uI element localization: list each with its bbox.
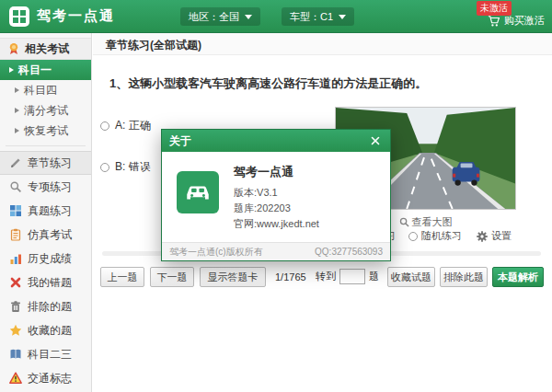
exclude-question-button[interactable]: 排除此题 bbox=[440, 267, 488, 287]
grid-chart-icon bbox=[8, 204, 22, 218]
sidebar-item-label: 专项练习 bbox=[28, 179, 72, 195]
sidebar-item-label: 满分考试 bbox=[24, 103, 68, 119]
buy-activation-button[interactable]: 购买激活 bbox=[487, 14, 545, 28]
pager-bar: 上一题 下一题 显示答题卡 1/1765 转到 题 收藏试题 排除此题 本题解析 bbox=[93, 267, 552, 291]
pencil-icon bbox=[8, 156, 22, 170]
arrow-right-icon bbox=[15, 108, 19, 113]
red-x-icon bbox=[8, 276, 22, 290]
show-answer-card-button[interactable]: 显示答题卡 bbox=[200, 267, 266, 287]
dialog-question-bank: 题库:202203 bbox=[234, 201, 319, 216]
vehicle-dropdown[interactable]: 车型：C1 bbox=[282, 7, 354, 26]
star-icon bbox=[8, 324, 22, 338]
sidebar-item-favorited-questions[interactable]: 收藏的题 bbox=[0, 318, 91, 342]
sidebar-item-label: 收藏的题 bbox=[28, 323, 72, 339]
arrow-right-icon bbox=[15, 87, 19, 93]
dialog-info: 驾考一点通 版本:V3.1 题库:202203 官网:www.jkedt.net bbox=[234, 164, 319, 232]
goto-question-group: 转到 题 bbox=[316, 269, 379, 284]
sidebar-item-full-score-exam[interactable]: 满分考试 bbox=[0, 100, 91, 121]
option-a-label: A: 正确 bbox=[115, 118, 151, 133]
radio-icon[interactable] bbox=[100, 121, 109, 131]
sidebar-item-history-scores[interactable]: 历史成绩 bbox=[0, 247, 91, 271]
sidebar-item-subject-four[interactable]: 科目四 bbox=[0, 80, 91, 100]
mode-random-practice[interactable]: 随机练习 bbox=[408, 229, 462, 243]
bar-chart-icon bbox=[8, 252, 22, 266]
section-label: 相关考试 bbox=[25, 41, 69, 57]
dialog-titlebar[interactable]: 关于 bbox=[162, 130, 390, 152]
sidebar-item-special-practice[interactable]: 专项练习 bbox=[0, 175, 91, 199]
dialog-body: 驾考一点通 版本:V3.1 题库:202203 官网:www.jkedt.net bbox=[162, 152, 390, 242]
sidebar-item-label: 交通标志 bbox=[28, 371, 72, 386]
region-label: 地区：全国 bbox=[189, 10, 239, 24]
magnifier-icon bbox=[399, 217, 409, 227]
chevron-down-icon bbox=[245, 15, 252, 19]
region-dropdown[interactable]: 地区：全国 bbox=[180, 7, 260, 26]
sidebar-item-subjects-two-three[interactable]: 科目二三 bbox=[0, 342, 91, 366]
sidebar-item-label: 真题练习 bbox=[28, 203, 72, 219]
goto-suffix-label: 题 bbox=[369, 270, 379, 283]
magnifier-icon bbox=[8, 180, 22, 194]
about-dialog: 关于 驾考一点通 版本:V3.1 题库:202203 官网:www.jkedt.… bbox=[161, 129, 391, 261]
sidebar-item-traffic-signs[interactable]: 交通标志 bbox=[0, 366, 91, 390]
vehicle-label: 车型：C1 bbox=[290, 10, 333, 24]
sidebar-item-my-mistakes[interactable]: 我的错题 bbox=[0, 271, 91, 294]
view-large-label: 查看大图 bbox=[412, 215, 453, 229]
goto-label: 转到 bbox=[316, 270, 336, 283]
sidebar-item-label: 恢复考试 bbox=[24, 123, 68, 139]
cart-icon bbox=[487, 14, 500, 28]
medal-icon bbox=[6, 42, 20, 56]
app-logo-icon bbox=[9, 6, 29, 27]
chevron-down-icon bbox=[339, 15, 346, 19]
sidebar-item-real-questions[interactable]: 真题练习 bbox=[0, 199, 91, 223]
dialog-copyright: 驾考一点通(c)版权所有 bbox=[169, 246, 263, 259]
goto-question-input[interactable] bbox=[339, 269, 365, 284]
option-b-label: B: 错误 bbox=[115, 159, 151, 175]
sidebar-item-label: 科目四 bbox=[24, 83, 57, 98]
gear-icon bbox=[475, 229, 489, 243]
radio-icon[interactable] bbox=[408, 232, 418, 241]
question-analysis-button[interactable]: 本题解析 bbox=[492, 267, 544, 287]
sidebar-divider bbox=[6, 145, 86, 146]
next-question-button[interactable]: 下一题 bbox=[150, 267, 194, 287]
sidebar-item-label: 章节练习 bbox=[28, 156, 72, 171]
sidebar-item-label: 我的错题 bbox=[28, 275, 72, 291]
sidebar-item-label: 历史成绩 bbox=[28, 251, 72, 267]
sidebar-item-label: 排除的题 bbox=[28, 299, 72, 315]
sidebar-item-subject-one[interactable]: 科目一 bbox=[0, 60, 91, 80]
trash-icon bbox=[8, 300, 22, 314]
top-bar: 驾考一点通 地区：全国 车型：C1 未激活 购买激活 bbox=[0, 0, 552, 33]
sidebar-item-chapter-practice[interactable]: 章节练习 bbox=[0, 151, 91, 175]
clipboard-icon bbox=[8, 228, 22, 242]
close-icon[interactable] bbox=[368, 133, 383, 148]
dialog-website[interactable]: 官网:www.jkedt.net bbox=[234, 216, 319, 232]
warning-sign-icon bbox=[8, 372, 22, 386]
question-position: 1/1765 bbox=[275, 271, 306, 282]
option-b[interactable]: B: 错误 bbox=[100, 159, 151, 175]
sidebar-item-mock-exam[interactable]: 仿真考试 bbox=[0, 223, 91, 247]
dialog-app-name: 驾考一点通 bbox=[234, 164, 319, 180]
settings-label: 设置 bbox=[491, 229, 512, 243]
app-title: 驾考一点通 bbox=[37, 7, 115, 25]
arrow-right-icon bbox=[9, 67, 14, 73]
sidebar: 相关考试 科目一 科目四 满分考试 恢复考试 章节练习 bbox=[0, 33, 92, 392]
car-icon bbox=[177, 171, 219, 213]
app-window: 驾考一点通 地区：全国 车型：C1 未激活 购买激活 相关考试 科目一 bbox=[0, 0, 552, 392]
settings-button[interactable]: 设置 bbox=[475, 229, 512, 243]
dialog-version: 版本:V3.1 bbox=[234, 185, 319, 201]
buy-activation-label: 购买激活 bbox=[504, 14, 545, 28]
sidebar-section-exams[interactable]: 相关考试 bbox=[0, 38, 91, 60]
dialog-qq: QQ:3277563093 bbox=[315, 247, 383, 257]
sidebar-item-recovery-exam[interactable]: 恢复考试 bbox=[0, 121, 91, 141]
dialog-title: 关于 bbox=[169, 133, 191, 149]
arrow-right-icon bbox=[15, 128, 19, 133]
option-a[interactable]: A: 正确 bbox=[100, 118, 151, 133]
sidebar-item-label: 仿真考试 bbox=[28, 227, 72, 243]
mode-label: 随机练习 bbox=[421, 229, 462, 243]
dialog-footer: 驾考一点通(c)版权所有 QQ:3277563093 bbox=[162, 242, 390, 260]
sidebar-item-label: 科目一 bbox=[18, 63, 52, 78]
sidebar-item-excluded-questions[interactable]: 排除的题 bbox=[0, 294, 91, 318]
main-title-bar: 章节练习(全部试题) bbox=[93, 33, 552, 55]
sidebar-item-label: 科目二三 bbox=[28, 347, 72, 363]
prev-question-button[interactable]: 上一题 bbox=[100, 267, 144, 287]
favorite-question-button[interactable]: 收藏试题 bbox=[387, 267, 435, 287]
radio-icon[interactable] bbox=[100, 163, 109, 172]
